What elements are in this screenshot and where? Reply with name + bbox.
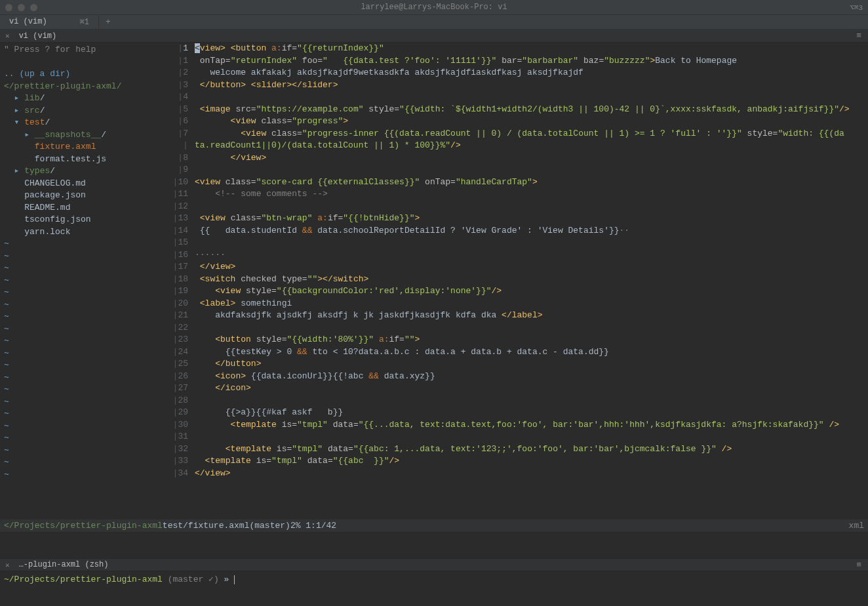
line-number: |31: [166, 431, 188, 443]
code-line[interactable]: <template is="tmpl" data="{{...data, tex…: [195, 419, 868, 432]
code-line[interactable]: </view>: [195, 468, 868, 480]
line-number: |7: [166, 128, 188, 140]
line-number: |22: [166, 322, 188, 334]
code-line[interactable]: <view class="btn-wrap" a:if="{{!btnHide}…: [195, 212, 868, 225]
tree-item-package.json[interactable]: package.json: [4, 190, 162, 202]
code-line[interactable]: [195, 395, 868, 407]
sub-tab-bar: ✕ vi (vim) ≡: [0, 30, 868, 43]
code-line[interactable]: </button>: [195, 358, 868, 371]
tree-item-fixture.axml[interactable]: fixture.axml: [4, 141, 162, 153]
tilde-line: ~: [4, 238, 162, 251]
line-number: |16: [166, 249, 188, 262]
line-number: |1: [166, 43, 188, 55]
code-line[interactable]: <view class="score-card {{externalClasse…: [195, 176, 868, 189]
tab-bar: vi (vim) ⌘1 +: [0, 15, 868, 30]
terminal-tab-label[interactable]: …-plugin-axml (zsh): [15, 560, 113, 569]
line-number: |34: [166, 468, 188, 480]
code-line[interactable]: {{ data.studentId && data.schoolReportDe…: [195, 225, 868, 237]
line-number: |15: [166, 237, 188, 249]
tree-item-tsconfig.json[interactable]: tsconfig.json: [4, 214, 162, 226]
root-dir[interactable]: </prettier-plugin-axml/: [4, 81, 162, 93]
code-content[interactable]: <view> <button a:if="{{returnIndex}}" on…: [192, 43, 868, 519]
window-titlebar: larrylee@Larrys-MacBook-Pro: vi ⌥⌘3: [0, 0, 868, 15]
terminal-tab-menu-icon[interactable]: ≡: [850, 560, 868, 570]
code-line[interactable]: <view class="progress">: [195, 115, 868, 128]
editor[interactable]: |1 |1 |2 |3 |4 |5 |6 |7 | |8 |9 |10 |11 …: [166, 43, 868, 519]
help-line: " Press ? for help: [4, 44, 162, 56]
terminal-tab-bar: ✕ …-plugin-axml (zsh) ≡: [0, 558, 868, 571]
code-line[interactable]: <icon> {{data.iconUrl}}{{!abc && data.xy…: [195, 371, 868, 383]
tilde-line: ~: [4, 275, 162, 287]
code-line[interactable]: <view> <button a:if="{{returnIndex}}": [195, 43, 868, 55]
code-line[interactable]: ······: [195, 249, 868, 262]
code-line[interactable]: <image src="https://example.com" style="…: [195, 104, 868, 116]
code-line[interactable]: </view>: [195, 261, 868, 273]
tree-item-src[interactable]: ▸ src/: [4, 105, 162, 117]
tree-item-types[interactable]: ▸ types/: [4, 165, 162, 178]
code-line[interactable]: </view>: [195, 152, 868, 165]
tree-item-yarn.lock[interactable]: yarn.lock: [4, 226, 162, 239]
status-position: 2% 1:1/42: [290, 519, 336, 532]
tree-item-README.md[interactable]: README.md: [4, 202, 162, 214]
code-line[interactable]: [195, 164, 868, 176]
close-button[interactable]: [5, 4, 12, 11]
tilde-line: ~: [4, 432, 162, 445]
terminal[interactable]: ~/Projects/prettier-plugin-axml (master …: [0, 571, 868, 606]
code-line[interactable]: [195, 91, 868, 104]
code-line[interactable]: </icon>: [195, 382, 868, 395]
code-line[interactable]: {{testKey > 0 && tto < 10?data.a.b.c : d…: [195, 346, 868, 359]
line-number-gutter: |1 |1 |2 |3 |4 |5 |6 |7 | |8 |9 |10 |11 …: [166, 43, 192, 519]
tab-add-button[interactable]: +: [99, 17, 117, 27]
code-line[interactable]: <label> somethingi: [195, 298, 868, 310]
code-line[interactable]: <switch checked type=""></switch>: [195, 273, 868, 286]
tab-vi[interactable]: vi (vim) ⌘1: [0, 15, 99, 29]
code-line[interactable]: ta.readCount1||0)/(data.totalCount || 1)…: [195, 140, 868, 152]
code-line[interactable]: <template is="tmpl" data="{{abc }}"/>: [195, 455, 868, 468]
code-line[interactable]: akdfaksdjfk ajsdkfj aksdfj k jk jaskdfjk…: [195, 310, 868, 322]
tab-shortcut: ⌘1: [80, 17, 89, 27]
tilde-line: ~: [4, 323, 162, 336]
line-number: |17: [166, 261, 188, 273]
window-title: larrylee@Larrys-MacBook-Pro: vi: [361, 3, 507, 12]
zoom-button[interactable]: [30, 4, 37, 11]
code-line[interactable]: <view class="progress-inner {{(data.read…: [195, 128, 868, 140]
terminal-cursor: [234, 575, 235, 584]
line-number: |11: [166, 188, 188, 201]
code-line[interactable]: [195, 431, 868, 443]
code-line[interactable]: </button> <slider></slider>: [195, 79, 868, 92]
terminal-path: ~/Projects/prettier-plugin-axml: [4, 575, 163, 584]
terminal-prompt-arrow: »: [224, 575, 234, 584]
code-line[interactable]: onTap="returnIndex" foo=" {{data.test ?'…: [195, 55, 868, 68]
tilde-line: ~: [4, 396, 162, 409]
code-line[interactable]: welcome akfakakj akdsjfkajdf9wetkasdkfa …: [195, 67, 868, 79]
line-number: |8: [166, 152, 188, 165]
minimize-button[interactable]: [18, 4, 25, 11]
status-branch: (master): [249, 519, 290, 532]
tilde-line: ~: [4, 408, 162, 420]
tree-item-lib[interactable]: ▸ lib/: [4, 92, 162, 105]
code-line[interactable]: <template is="tmpl" data="{{abc: 1,...da…: [195, 443, 868, 456]
code-line[interactable]: [195, 322, 868, 334]
line-number: |29: [166, 407, 188, 419]
tree-item-__snapshots__[interactable]: ▸ __snapshots__/: [4, 129, 162, 142]
line-number: |5: [166, 104, 188, 116]
code-line[interactable]: <!-- some comments -->: [195, 188, 868, 201]
line-number: |20: [166, 298, 188, 310]
subtab-menu-icon[interactable]: ≡: [850, 31, 868, 41]
tree-item-test[interactable]: ▾ test/: [4, 117, 162, 129]
terminal-tab-close-icon[interactable]: ✕: [0, 561, 15, 569]
code-line[interactable]: [195, 201, 868, 213]
tilde-line: ~: [4, 420, 162, 433]
code-line[interactable]: <button style="{{width:'80%'}}" a:if="">: [195, 334, 868, 346]
tree-item-CHANGELOG.md[interactable]: CHANGELOG.md: [4, 178, 162, 190]
line-number: |32: [166, 443, 188, 456]
subtab-label[interactable]: vi (vim): [15, 31, 61, 41]
code-line[interactable]: {{>a}}{{#kaf askf b}}: [195, 407, 868, 419]
code-line[interactable]: [195, 237, 868, 249]
line-number: |4: [166, 91, 188, 104]
up-dir[interactable]: .. (up a dir): [4, 68, 162, 81]
subtab-close-icon[interactable]: ✕: [0, 31, 15, 40]
code-line[interactable]: <view style="{{backgroundColor:'red',dis…: [195, 285, 868, 298]
file-tree[interactable]: " Press ? for help .. (up a dir) </prett…: [0, 43, 166, 519]
tree-item-format.test.js[interactable]: format.test.js: [4, 153, 162, 166]
